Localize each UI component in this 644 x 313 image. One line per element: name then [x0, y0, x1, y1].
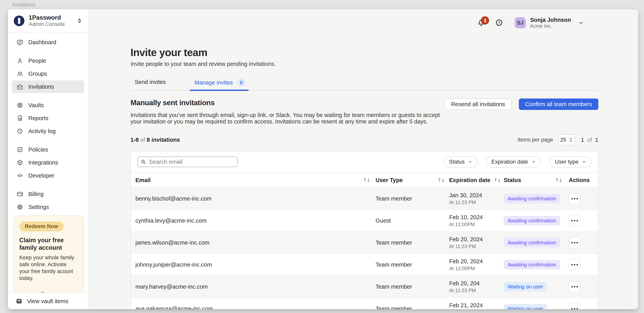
app-window: 1Password Admin Console Dashboard	[8, 9, 638, 309]
sidebar-item-people[interactable]: People	[12, 54, 84, 67]
row-email: aya.nakamura@acme-inc.com	[136, 306, 213, 310]
chevron-down-icon[interactable]	[578, 20, 584, 25]
workspace-switcher[interactable]: 1Password Admin Console	[8, 9, 88, 33]
reports-icon	[16, 115, 23, 121]
row-expiration-time: At 12:00PM	[449, 221, 504, 227]
brand-name: 1Password	[29, 14, 76, 21]
page-indicator: 1 of 1	[581, 137, 598, 143]
filter-user-type[interactable]: User type	[549, 156, 592, 168]
row-actions-menu-button[interactable]	[569, 259, 580, 270]
notifications-button[interactable]: 3	[477, 19, 485, 27]
count-range: 1-8	[130, 137, 139, 143]
tab-count-badge: 8	[237, 78, 246, 87]
svg-text:?: ?	[498, 21, 500, 25]
brand-subtitle: Admin Console	[29, 21, 76, 27]
brand-text: 1Password Admin Console	[29, 14, 76, 27]
sidebar-item-label: Dashboard	[28, 39, 56, 46]
user-menu[interactable]: Sonja Johnson Acme Inc.	[530, 17, 571, 29]
sidebar-item-label: Integrations	[28, 159, 58, 166]
sidebar-item-label: Activity log	[28, 128, 56, 134]
promo-body: Keep your whole family safe online. Acti…	[19, 254, 78, 282]
filter-status-label: Status	[449, 159, 464, 165]
confirm-all-button[interactable]: Confirm all team members	[519, 98, 598, 110]
row-expiration-date: Feb 21, 2024	[449, 302, 504, 309]
table-toolbar: Status Expiration date User type	[131, 151, 598, 173]
settings-icon	[16, 204, 23, 210]
help-icon[interactable]: ?	[495, 19, 503, 27]
row-user-type: Team member	[376, 195, 412, 202]
row-expiration-time: At 11:23 PM	[449, 288, 504, 293]
count-total: 8 invitations	[147, 137, 180, 143]
row-expiration-date: Feb 20, 2024	[449, 258, 504, 265]
row-expiration-time: At 11:23 PM	[449, 243, 504, 249]
row-email: cynthia.levy@acme-inc.com	[136, 217, 206, 224]
invitations-icon	[16, 83, 23, 90]
main-content: 3 ? SJ Sonja Johnson Acme Inc. Invite yo…	[88, 9, 638, 309]
filter-status[interactable]: Status	[444, 156, 478, 168]
sidebar-item-label: Billing	[28, 191, 44, 197]
sidebar-item-vaults[interactable]: Vaults	[12, 99, 84, 111]
resend-all-button[interactable]: Resend all invitations	[444, 98, 512, 110]
sidebar-item-reports[interactable]: Reports	[12, 112, 84, 124]
sidebar-item-billing[interactable]: Billing	[12, 188, 84, 200]
search-input[interactable]	[138, 156, 238, 167]
row-actions-menu-button[interactable]	[569, 193, 580, 204]
row-actions-menu-button[interactable]	[569, 237, 580, 248]
tab-send-invites[interactable]: Send invites	[135, 78, 166, 90]
items-per-page-select[interactable]: 25	[558, 134, 575, 145]
sort-icon[interactable]: ↑↓	[555, 177, 562, 183]
tabs: Send invites Manage invites 8	[130, 78, 598, 91]
people-icon	[16, 57, 23, 64]
dashboard-icon	[16, 39, 23, 46]
chevron-down-icon	[582, 160, 586, 164]
row-expiration-date: Feb 20, 204	[449, 280, 504, 287]
sidebar-item-dashboard[interactable]: Dashboard	[12, 36, 84, 48]
chevron-down-icon	[468, 160, 472, 164]
sidebar-item-groups[interactable]: Groups	[12, 67, 84, 80]
sidebar-item-developer[interactable]: Developer	[12, 169, 84, 182]
billing-icon	[16, 191, 23, 197]
developer-icon	[16, 172, 23, 179]
row-actions-menu-button[interactable]	[569, 303, 580, 309]
row-user-type: Team member	[376, 284, 412, 290]
column-actions: Actions	[569, 177, 590, 183]
sidebar-item-integrations[interactable]: Integrations	[12, 156, 84, 169]
sort-icon[interactable]: ↑↓	[437, 177, 444, 183]
window-title: Invitations	[12, 1, 36, 8]
chevron-down-icon	[532, 160, 536, 164]
status-badge: Awaiting confirmation	[504, 216, 560, 225]
redeem-now-badge[interactable]: Redeem Now	[19, 221, 64, 231]
sidebar-item-label: Developer	[28, 172, 54, 179]
row-actions-menu-button[interactable]	[569, 281, 580, 292]
sidebar-item-invitations[interactable]: Invitations	[12, 80, 84, 93]
sort-icon[interactable]: ↑↓	[494, 177, 501, 183]
filter-expiration-date[interactable]: Expiration date	[486, 156, 541, 168]
column-status: Status	[504, 177, 521, 183]
tab-manage-invites[interactable]: Manage invites 8	[190, 78, 248, 90]
chevron-updown-icon[interactable]	[76, 17, 83, 24]
sidebar-item-activity-log[interactable]: Activity log	[12, 125, 84, 137]
sidebar-item-settings[interactable]: Settings	[12, 201, 84, 213]
row-user-type: Team member	[376, 240, 412, 246]
page-of: of	[587, 137, 592, 143]
onepassword-logo-icon	[14, 15, 24, 26]
section-header: Manually sent invitations Resend all inv…	[130, 98, 598, 110]
status-badge: Awaiting confirmation	[504, 194, 560, 203]
search-icon	[140, 159, 146, 165]
section-description: Invitations that you’ve sent through ema…	[130, 112, 598, 125]
sort-icon[interactable]: ↑↓	[363, 177, 370, 183]
filter-expiration-label: Expiration date	[491, 159, 528, 165]
table-row: cynthia.levy@acme-inc.com Guest Feb 10, …	[131, 209, 598, 231]
sidebar-item-label: Reports	[28, 115, 48, 121]
row-actions-menu-button[interactable]	[569, 215, 580, 226]
sidebar-item-policies[interactable]: Policies	[12, 143, 84, 156]
tab-manage-invites-label: Manage invites	[194, 79, 233, 86]
avatar[interactable]: SJ	[515, 17, 526, 28]
description-line-1: Invitations that you’ve sent through ema…	[130, 112, 440, 118]
page-subtitle: Invite people to your team and review pe…	[130, 60, 598, 67]
view-vault-items[interactable]: View vault items	[8, 293, 88, 309]
status-badge: Awaiting confirmation	[504, 238, 560, 247]
description-line-2: your invitation or you may be required t…	[130, 118, 428, 125]
row-expiration-date: Feb 20, 2024	[449, 236, 504, 243]
promo-title: Claim your free family account	[19, 237, 72, 252]
